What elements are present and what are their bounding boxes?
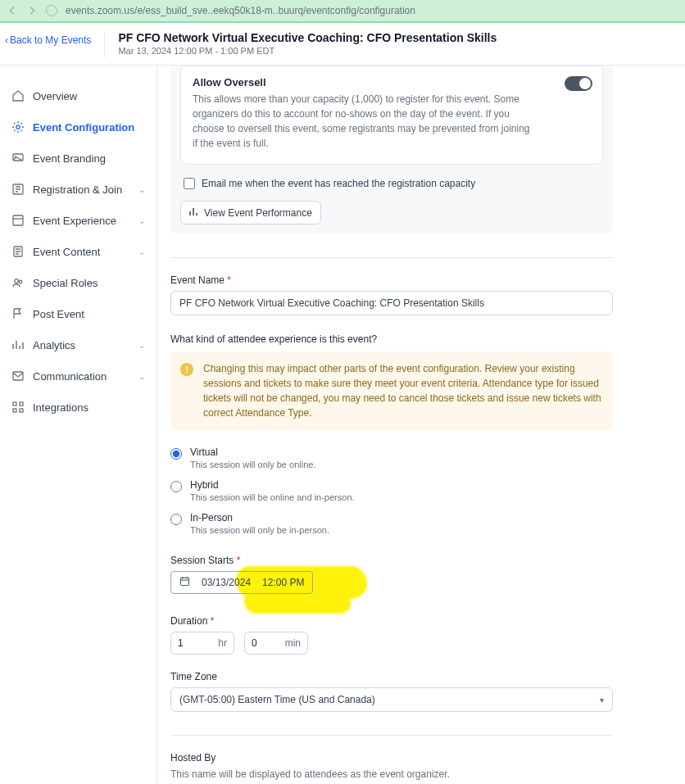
sidebar-item-label: Event Content — [33, 246, 100, 258]
session-start-input[interactable]: 03/13/2024 12:00 PM — [170, 571, 313, 594]
sidebar-item-label: Event Branding — [33, 152, 106, 165]
svg-rect-10 — [20, 402, 23, 406]
email-capacity-label: Email me when the event has reached the … — [202, 178, 475, 189]
chevron-down-icon: ⌄ — [138, 247, 145, 256]
view-performance-button[interactable]: View Event Performance — [180, 201, 321, 224]
attendee-kind-option-sub: This session will be online and in-perso… — [190, 492, 355, 502]
svg-rect-4 — [13, 215, 23, 225]
layout-icon — [11, 214, 25, 227]
sidebar-item-event-configuration[interactable]: Event Configuration — [0, 111, 157, 143]
attendee-kind-option-label: In-Person — [190, 512, 329, 523]
duration-label: Duration — [170, 615, 613, 627]
duration-hr-value: 1 — [178, 637, 184, 649]
back-to-events-link[interactable]: ‹ Back to My Events — [5, 31, 91, 49]
sidebar-item-registration-join[interactable]: Registration & Join⌄ — [0, 174, 157, 205]
attendee-kind-radio[interactable] — [170, 448, 182, 460]
sidebar-item-label: Event Experience — [33, 215, 116, 227]
attendee-kind-warning-text: Changing this may impact other parts of … — [203, 363, 601, 419]
home-icon — [11, 89, 25, 102]
browser-url-bar: events.zoom.us/e/ess_build_sve..eekq50k1… — [0, 0, 685, 23]
duration-hr-input[interactable]: 1 hr — [170, 632, 234, 655]
sidebar-item-event-content[interactable]: Event Content⌄ — [0, 236, 157, 267]
attendee-kind-in-person[interactable]: In-PersonThis session will only be in-pe… — [170, 507, 613, 540]
sidebar-item-label: Post Event — [33, 308, 84, 320]
email-capacity-row[interactable]: Email me when the event has reached the … — [184, 178, 600, 189]
event-name-input[interactable] — [170, 291, 613, 315]
event-name-label: Event Name — [170, 274, 613, 286]
event-subtitle: Mar 13, 2024 12:00 PM - 1:00 PM EDT — [118, 46, 497, 56]
ticket-icon — [11, 183, 25, 196]
sidebar-item-integrations[interactable]: Integrations — [0, 392, 157, 423]
mail-icon — [11, 369, 25, 383]
sidebar-item-special-roles[interactable]: Special Roles — [0, 267, 157, 298]
attendee-kind-options: VirtualThis session will only be online.… — [170, 442, 613, 540]
svg-rect-12 — [20, 409, 23, 412]
attendee-kind-option-sub: This session will only be online. — [190, 460, 315, 469]
flag-icon — [11, 307, 25, 320]
grid-icon — [11, 401, 25, 414]
attendee-kind-virtual[interactable]: VirtualThis session will only be online. — [170, 442, 613, 474]
sidebar-item-label: Special Roles — [33, 277, 98, 289]
allow-oversell-card: Allow Oversell This allows more than you… — [180, 66, 603, 165]
timezone-value: (GMT-05:00) Eastern Time (US and Canada) — [179, 694, 375, 705]
sidebar-item-analytics[interactable]: Analytics⌄ — [0, 329, 157, 360]
browser-url[interactable]: events.zoom.us/e/ess_build_sve..eekq50k1… — [66, 5, 678, 16]
attendee-kind-option-sub: This session will only be in-person. — [190, 525, 329, 535]
header-divider — [104, 31, 105, 57]
chevron-down-icon: ⌄ — [138, 216, 145, 225]
timezone-label: Time Zone — [170, 671, 613, 682]
email-capacity-checkbox[interactable] — [184, 178, 195, 189]
main-content: Allow Oversell This allows more than you… — [157, 66, 685, 784]
calendar-icon — [179, 576, 190, 589]
sidebar-item-label: Overview — [33, 90, 77, 102]
hosted-by-label: Hosted By — [170, 752, 613, 764]
allow-oversell-toggle[interactable] — [565, 76, 592, 91]
sidebar-item-communication[interactable]: Communication⌄ — [0, 360, 157, 392]
sidebar: OverviewEvent ConfigurationEvent Brandin… — [0, 66, 157, 784]
nav-fwd-icon[interactable] — [26, 5, 38, 16]
highlight-annotation — [244, 592, 351, 614]
section-divider — [170, 257, 613, 258]
session-starts-label: Session Starts — [170, 555, 613, 566]
warning-icon: ! — [180, 363, 193, 376]
section-divider — [170, 735, 613, 736]
sidebar-item-label: Event Configuration — [33, 121, 134, 134]
attendee-kind-option-label: Hybrid — [190, 479, 355, 491]
attendee-kind-option-label: Virtual — [190, 446, 315, 458]
svg-rect-13 — [180, 578, 188, 585]
attendee-kind-hybrid[interactable]: HybridThis session will be online and in… — [170, 474, 613, 507]
brush-icon — [11, 152, 25, 165]
allow-oversell-desc: This allows more than your capacity (1,0… — [193, 92, 537, 151]
timezone-select[interactable]: (GMT-05:00) Eastern Time (US and Canada)… — [170, 687, 613, 712]
sidebar-item-label: Analytics — [33, 339, 75, 351]
sidebar-item-label: Registration & Join — [33, 184, 122, 196]
sidebar-item-event-experience[interactable]: Event Experience⌄ — [0, 205, 157, 236]
hosted-by-hint: This name will be displayed to attendees… — [170, 768, 613, 780]
sidebar-item-post-event[interactable]: Post Event — [0, 298, 157, 329]
chevron-down-icon: ⌄ — [138, 372, 145, 381]
nav-back-icon[interactable] — [7, 5, 18, 16]
duration-min-value: 0 — [252, 637, 257, 649]
svg-point-0 — [16, 125, 20, 129]
svg-point-7 — [19, 280, 22, 283]
svg-rect-11 — [13, 409, 16, 412]
users-icon — [11, 276, 25, 289]
allow-oversell-title: Allow Oversell — [193, 76, 591, 88]
sidebar-item-label: Integrations — [33, 401, 88, 414]
nav-refresh-icon[interactable] — [46, 5, 57, 16]
session-start-time: 12:00 PM — [262, 577, 304, 588]
chevron-down-icon: ⌄ — [138, 185, 145, 194]
doc-icon — [11, 245, 25, 258]
gear-icon — [11, 120, 25, 134]
sidebar-item-event-branding[interactable]: Event Branding — [0, 143, 157, 174]
sidebar-item-overview[interactable]: Overview — [0, 80, 157, 111]
sidebar-item-label: Communication — [33, 370, 107, 383]
duration-min-input[interactable]: 0 min — [244, 632, 308, 655]
attendee-kind-radio[interactable] — [170, 514, 182, 525]
svg-rect-8 — [13, 372, 23, 380]
view-performance-label: View Event Performance — [204, 207, 312, 219]
bar-chart-icon — [189, 206, 199, 219]
attendee-kind-radio[interactable] — [170, 481, 182, 492]
attendee-kind-label: What kind of attendee experience is this… — [170, 333, 613, 345]
chart-icon — [11, 338, 25, 351]
